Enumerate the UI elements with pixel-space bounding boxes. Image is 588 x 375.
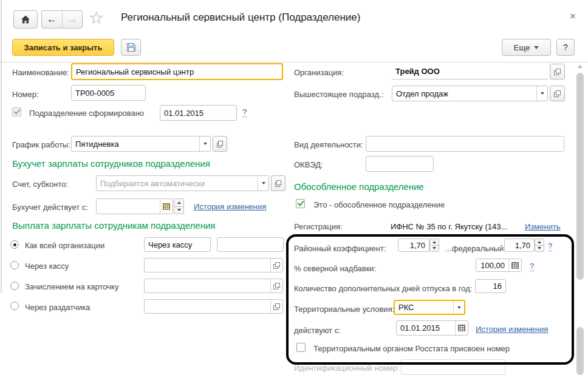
distributor-open-icon[interactable] xyxy=(270,300,282,313)
parent-department-open-button[interactable] xyxy=(550,86,565,101)
spin-down-icon[interactable] xyxy=(430,245,439,252)
federal-coefficient-spinner[interactable] xyxy=(535,238,544,252)
close-icon[interactable]: × xyxy=(570,11,576,21)
org-method-value: Через кассу xyxy=(148,240,207,249)
save-and-close-button[interactable]: Записать и закрыть xyxy=(12,39,114,56)
name-input[interactable]: Региональный сервисный цэнтр xyxy=(71,63,283,80)
formed-help-link[interactable]: ? xyxy=(242,108,247,117)
federal-coefficient-input[interactable]: 1,70 xyxy=(504,238,535,252)
card-open-icon[interactable] xyxy=(270,279,282,292)
panel-left-border xyxy=(1,0,2,293)
toolbar-divider xyxy=(0,62,588,62)
payout-option-label: Зачислением на карточку xyxy=(25,282,118,292)
rosstat-checkbox[interactable] xyxy=(296,343,306,352)
id-number-input[interactable] xyxy=(401,359,505,375)
number-input[interactable]: ТР00-0005 xyxy=(71,85,146,101)
okved-label: ОКВЭД: xyxy=(294,160,323,170)
forward-icon: → xyxy=(67,13,77,25)
back-button[interactable]: ← xyxy=(42,11,62,28)
registration-change-link[interactable]: Изменить xyxy=(525,222,561,231)
territorial-dropdown-arrow-icon[interactable] xyxy=(453,301,464,314)
district-coefficient-input[interactable]: 1,70 xyxy=(398,238,429,252)
formed-checkbox[interactable] xyxy=(12,107,21,117)
org-method-display[interactable]: Через кассу xyxy=(144,237,211,252)
accounting-from-date-input[interactable] xyxy=(96,198,173,214)
activity-input[interactable] xyxy=(366,136,564,152)
parent-department-combobox[interactable]: Отдел продаж xyxy=(392,86,548,101)
org-method-extra-display[interactable] xyxy=(217,237,284,252)
calendar-icon[interactable] xyxy=(160,199,173,214)
card-input[interactable] xyxy=(144,279,283,293)
scrollbar-thumb-lower[interactable] xyxy=(576,327,584,375)
spin-down-icon[interactable] xyxy=(174,206,183,214)
extra-vacation-days-input[interactable]: 16 xyxy=(475,279,506,293)
forward-button[interactable]: → xyxy=(62,11,83,28)
separate-department-checkbox[interactable] xyxy=(296,199,305,208)
extra-vacation-days-label: Количество дополнительных дней отпуска в… xyxy=(294,284,472,294)
organization-open-button[interactable] xyxy=(550,64,565,79)
spin-up-icon[interactable] xyxy=(535,239,544,245)
accounting-history-link[interactable]: История изменения xyxy=(194,202,266,211)
registration-label: Регистрация: xyxy=(294,222,343,232)
account-label: Счет, субконто: xyxy=(12,180,68,189)
parent-dropdown-arrow-icon[interactable] xyxy=(536,86,547,101)
account-open-button[interactable] xyxy=(271,175,285,191)
extra-vacation-days-value: 16 xyxy=(479,282,502,291)
schedule-open-button[interactable] xyxy=(213,136,227,152)
calendar-icon[interactable] xyxy=(455,321,468,335)
payout-option-radio-cashdesk[interactable] xyxy=(10,261,19,269)
district-coefficient-label: Районный коэффициент: xyxy=(294,244,386,254)
coefficient-help-link[interactable]: ? xyxy=(548,242,552,251)
save-button[interactable] xyxy=(121,39,141,56)
district-coefficient-spinner[interactable] xyxy=(429,238,439,252)
schedule-label: График работы: xyxy=(12,140,70,150)
scrollbar-up-arrow[interactable] xyxy=(578,65,583,68)
more-button-label: Еще xyxy=(514,43,530,52)
account-dropdown-arrow-icon[interactable] xyxy=(258,176,268,191)
account-placeholder: Подбирается автоматически xyxy=(100,179,254,188)
open-icon xyxy=(275,180,281,187)
valid-from-date-input[interactable]: 01.01.2015 xyxy=(396,320,468,336)
more-button[interactable]: Еще xyxy=(502,39,551,56)
spin-up-icon[interactable] xyxy=(174,199,183,206)
formed-date-input[interactable]: 01.01.2015 xyxy=(160,105,237,121)
scrollbar-thumb[interactable] xyxy=(576,73,584,280)
spin-down-icon[interactable] xyxy=(535,245,544,252)
north-bonus-value: 100,00 xyxy=(480,261,505,270)
registration-value: ИФНС № 35 по г. Якутску (143... xyxy=(391,222,507,231)
favorites-star-icon[interactable]: ☆ xyxy=(89,9,104,27)
account-combobox[interactable]: Подбирается автоматически xyxy=(96,175,269,191)
help-button[interactable]: ? xyxy=(556,39,575,56)
north-bonus-label: % северной надбавки: xyxy=(294,264,376,274)
payout-option-radio-card[interactable] xyxy=(10,282,19,290)
territorial-conditions-combobox[interactable]: РКС xyxy=(394,300,465,315)
territorial-history-link[interactable]: История изменения xyxy=(476,325,548,334)
schedule-combobox[interactable]: Пятидневка xyxy=(71,136,211,152)
okved-input[interactable] xyxy=(366,156,434,172)
north-bonus-help-link[interactable]: ? xyxy=(530,262,534,271)
spin-up-icon[interactable] xyxy=(430,239,439,245)
home-button[interactable] xyxy=(13,10,38,29)
cashdesk-input[interactable] xyxy=(144,258,283,272)
id-number-label: Идентификационный номер: xyxy=(294,363,400,373)
accounting-from-spinner[interactable] xyxy=(174,198,184,214)
territorial-conditions-label: Территориальные условия: xyxy=(294,305,394,314)
organization-field[interactable]: Трейд ООО xyxy=(392,64,548,79)
distributor-input[interactable] xyxy=(144,299,283,314)
district-coefficient-value: 1,70 xyxy=(402,241,425,250)
payout-option-radio-as-organization[interactable] xyxy=(10,240,19,249)
separate-department-label: Это - обособленное подразделение xyxy=(313,200,445,210)
north-bonus-input[interactable]: 100,00 xyxy=(476,258,522,272)
number-value: ТР00-0005 xyxy=(75,89,142,98)
valid-from-value: 01.01.2015 xyxy=(400,323,451,333)
name-value: Региональный сервисный цэнтр xyxy=(76,67,278,76)
home-icon xyxy=(21,15,30,24)
schedule-dropdown-arrow-icon[interactable] xyxy=(199,137,210,151)
parent-department-value: Отдел продаж xyxy=(396,89,533,98)
formed-label: Подразделение сформировано xyxy=(29,109,144,118)
cashdesk-open-icon[interactable] xyxy=(270,258,282,272)
payout-option-radio-distributor[interactable] xyxy=(10,302,19,310)
formed-date-value: 01.01.2015 xyxy=(164,109,233,118)
accounting-from-label: Бухучет действует с: xyxy=(12,203,88,212)
calculator-icon[interactable] xyxy=(508,259,521,271)
